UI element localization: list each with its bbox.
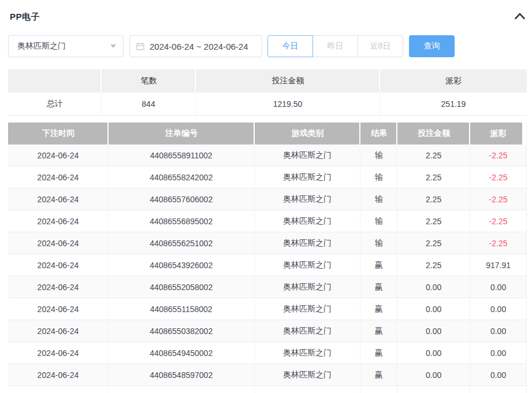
header-result: 结果 <box>360 123 397 144</box>
cell-payout: 0.00 <box>470 342 526 364</box>
cell-game-type: 奥林匹斯之门 <box>255 166 361 188</box>
table-row: 2024-06-2444086548597002奥林匹斯之门赢0.000.00 <box>8 364 526 386</box>
panel-title: PP电子 <box>10 12 40 23</box>
cell-bet-time: 2024-06-24 <box>8 320 109 342</box>
cell-order-no: 44086557606002 <box>109 188 255 210</box>
yesterday-button[interactable]: 昨日 <box>312 35 358 57</box>
panel: PP电子 奥林匹斯之门 2024-06-24 ~ 20 <box>0 10 532 393</box>
cell-result: 赢 <box>360 342 397 364</box>
records-header-row: 下注时间 注单编号 游戏类别 结果 投注金额 派彩 <box>8 123 526 144</box>
collapse-button[interactable] <box>513 12 527 22</box>
cell-order-no: 44086549450002 <box>109 342 255 364</box>
summary-total-row: 总计 844 1219.50 251.19 <box>8 92 527 116</box>
cell-game-type: 奥林匹斯之门 <box>255 210 361 232</box>
chevron-up-icon <box>514 12 526 22</box>
table-row: 2024-06-2444086549450002奥林匹斯之门赢0.000.00 <box>8 342 526 364</box>
cell-result: 输 <box>360 232 397 254</box>
cell-order-no: 44086548597002 <box>109 364 255 385</box>
cell-order-no: 44086556895002 <box>109 210 255 232</box>
cell-payout: 0.00 <box>470 298 526 320</box>
today-button[interactable]: 今日 <box>267 35 313 57</box>
header-order-no: 注单编号 <box>109 123 255 144</box>
filter-bar: 奥林匹斯之门 2024-06-24 ~ 2024-06-24 今日 昨日 近8日… <box>8 35 527 57</box>
cell-bet-amount: 0.00 <box>397 364 470 385</box>
cell-result: 赢 <box>360 276 397 298</box>
cell-game-type: 奥林匹斯之门 <box>255 364 361 385</box>
table-row: 2024-06-2444086550382002奥林匹斯之门赢0.000.00 <box>8 320 526 342</box>
cell-order-no: 44086558911002 <box>109 144 255 166</box>
cell-game-type: 奥林匹斯之门 <box>255 254 361 276</box>
cell-bet-time: 2024-06-24 <box>8 276 109 298</box>
cell-order-no: 44086552058002 <box>109 276 255 298</box>
cell-bet-amount: 2.25 <box>397 232 470 254</box>
cell-result: 输 <box>360 210 397 232</box>
cell-bet-time: 2024-06-24 <box>8 144 109 166</box>
table-row: 2024-06-2444086552058002奥林匹斯之门赢0.000.00 <box>8 276 526 298</box>
header-bet-time: 下注时间 <box>8 123 109 144</box>
cell-game-type: 奥林匹斯之门 <box>255 232 361 254</box>
search-button[interactable]: 查询 <box>409 35 455 57</box>
cell-bet-amount: 2.25 <box>397 210 470 232</box>
cell-payout: 0.00 <box>470 276 526 298</box>
cell-result: 输 <box>360 188 397 210</box>
cell-bet-time: 2024-06-24 <box>8 188 109 210</box>
cell-order-no: 44086556251002 <box>109 232 255 254</box>
header-payout: 派彩 <box>470 123 526 144</box>
table-row: 2024-06-2444086558242002奥林匹斯之门输2.25-2.25 <box>8 166 526 188</box>
summary-total-bet-amount: 1219.50 <box>196 92 380 115</box>
cell-payout: -2.25 <box>470 188 526 210</box>
cell-payout: -2.25 <box>470 144 526 166</box>
cell-payout: 917.91 <box>470 254 526 276</box>
summary-header-bet-amount: 投注金额 <box>196 69 380 92</box>
table-row: 2024-06-2444086558911002奥林匹斯之门输2.25-2.25 <box>8 144 526 166</box>
cell-result: 赢 <box>360 298 397 320</box>
cell-payout: -2.25 <box>470 210 526 232</box>
summary-total-label: 总计 <box>8 92 102 115</box>
cell-order-no: 44086558242002 <box>109 166 255 188</box>
date-range-value: 2024-06-24 ~ 2024-06-24 <box>150 42 248 51</box>
cell-game-type: 奥林匹斯之门 <box>255 144 361 166</box>
summary-header-blank <box>8 69 102 92</box>
cell-result: 赢 <box>360 320 397 342</box>
cell-order-no: 44086550382002 <box>109 320 255 342</box>
header-bet-amount: 投注金额 <box>397 123 470 144</box>
cell-bet-amount: 2.25 <box>397 254 470 276</box>
cell-bet-time: 2024-06-24 <box>8 232 109 254</box>
cell-bet-time: 2024-06-24 <box>8 210 109 232</box>
table-row: 2024-06-2444086557606002奥林匹斯之门输2.25-2.25 <box>8 188 526 210</box>
cell-bet-amount: 0.00 <box>397 342 470 364</box>
cell-bet-time: 2024-06-24 <box>8 298 109 320</box>
game-select[interactable]: 奥林匹斯之门 <box>8 35 124 57</box>
cell-result: 赢 <box>360 364 397 385</box>
cell-game-type: 奥林匹斯之门 <box>255 276 361 298</box>
table-row: 2024-06-2444086543926002奥林匹斯之门赢2.25917.9… <box>8 254 526 276</box>
date-range-input[interactable]: 2024-06-24 ~ 2024-06-24 <box>129 35 262 57</box>
cell-order-no: 44086551158002 <box>109 298 255 320</box>
caret-down-icon <box>110 45 116 48</box>
cell-game-type: 奥林匹斯之门 <box>255 298 361 320</box>
cell-payout: -2.25 <box>470 232 526 254</box>
last8days-button[interactable]: 近8日 <box>358 35 403 57</box>
summary-total-count: 844 <box>102 92 196 115</box>
cell-order-no: 44086543926002 <box>109 254 255 276</box>
cell-bet-amount: 0.00 <box>397 320 470 342</box>
cell-bet-amount: 2.25 <box>397 144 470 166</box>
summary-header-payout: 派彩 <box>380 69 527 92</box>
cell-result: 输 <box>360 144 397 166</box>
cell-bet-time: 2024-06-24 <box>8 254 109 276</box>
table-body: 2024-06-2444086558911002奥林匹斯之门输2.25-2.25… <box>8 144 526 386</box>
cell-bet-amount: 2.25 <box>397 166 470 188</box>
cell-game-type: 奥林匹斯之门 <box>255 188 361 210</box>
cell-bet-amount: 0.00 <box>397 276 470 298</box>
table-row-partial <box>8 386 526 393</box>
cell-game-type: 奥林匹斯之门 <box>255 342 361 364</box>
records-table: 下注时间 注单编号 游戏类别 结果 投注金额 派彩 2024-06-244408… <box>8 123 527 393</box>
game-select-value: 奥林匹斯之门 <box>17 41 66 51</box>
cell-bet-time: 2024-06-24 <box>8 342 109 364</box>
summary-header-count: 笔数 <box>102 69 196 92</box>
summary-table: 笔数 投注金额 派彩 总计 844 1219.50 251.19 <box>8 69 527 116</box>
cell-payout: 0.00 <box>470 364 526 385</box>
cell-game-type: 奥林匹斯之门 <box>255 320 361 342</box>
header-game-type: 游戏类别 <box>255 123 361 144</box>
table-row: 2024-06-2444086551158002奥林匹斯之门赢0.000.00 <box>8 298 526 320</box>
